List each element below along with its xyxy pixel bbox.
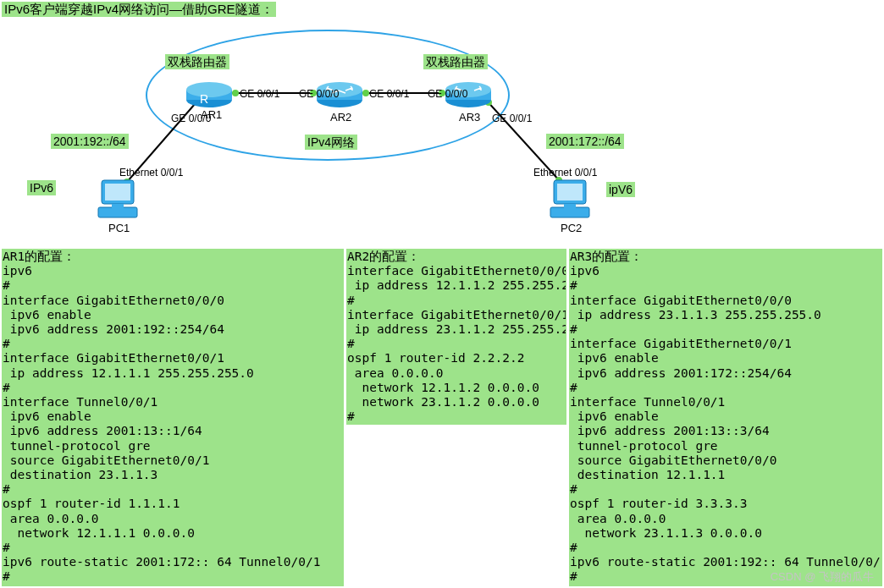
svg-text:R: R	[200, 92, 208, 106]
if-ar1-g001: GE 0/0/1	[240, 88, 279, 100]
if-ar2-g001: GE 0/0/1	[369, 88, 409, 100]
config-ar3: AR3的配置： ipv6 # interface GigabitEthernet…	[569, 249, 882, 586]
config-ar1-header: AR1的配置：	[3, 250, 75, 263]
pc1[interactable]	[95, 179, 141, 221]
svg-point-14	[186, 82, 232, 97]
if-pc2-eth: Ethernet 0/0/1	[533, 167, 597, 179]
config-ar2: AR2的配置： interface GigabitEthernet0/0/0 i…	[346, 249, 566, 425]
svg-rect-23	[105, 184, 130, 201]
config-ar3-body: ipv6 # interface GigabitEthernet0/0/0 ip…	[570, 264, 882, 583]
config-ar1-body: ipv6 # interface GigabitEthernet0/0/0 ip…	[3, 264, 320, 583]
dualstack-label-right: 双栈路由器	[423, 54, 488, 69]
right-proto: ipV6	[606, 182, 635, 197]
config-ar3-header: AR3的配置：	[570, 250, 643, 263]
right-subnet: 2001:172::/64	[546, 134, 624, 149]
dev-ar2: AR2	[330, 111, 351, 124]
config-ar1: AR1的配置： ipv6 # interface GigabitEthernet…	[2, 249, 344, 586]
pc2[interactable]	[547, 179, 593, 221]
dev-pc2: PC2	[561, 222, 582, 234]
left-proto: IPv6	[27, 180, 56, 195]
config-ar2-header: AR2的配置：	[347, 250, 420, 263]
dev-ar3: AR3	[459, 111, 480, 124]
svg-rect-28	[550, 207, 589, 217]
router-ar1[interactable]: R	[185, 78, 234, 103]
if-ar3-g000: GE 0/0/0	[428, 88, 467, 100]
ipv4-net-label: IPv4网络	[305, 135, 357, 150]
dualstack-label-left: 双栈路由器	[165, 54, 229, 69]
left-subnet: 2001:192::/64	[51, 134, 129, 149]
svg-rect-29	[564, 204, 576, 208]
page-title: IPv6客户端穿越IPv4网络访问—借助GRE隧道：	[2, 2, 276, 17]
dev-ar1: AR1	[201, 108, 222, 121]
dev-pc1: PC1	[108, 222, 130, 234]
svg-rect-24	[98, 207, 137, 217]
if-pc1-eth: Ethernet 0/0/1	[119, 167, 183, 179]
if-ar2-g000: GE 0/0/0	[299, 88, 339, 100]
svg-rect-27	[557, 184, 583, 201]
if-ar3-g001: GE 0/0/1	[492, 113, 532, 124]
config-ar2-body: interface GigabitEthernet0/0/0 ip addres…	[347, 264, 566, 423]
svg-rect-25	[112, 204, 124, 208]
